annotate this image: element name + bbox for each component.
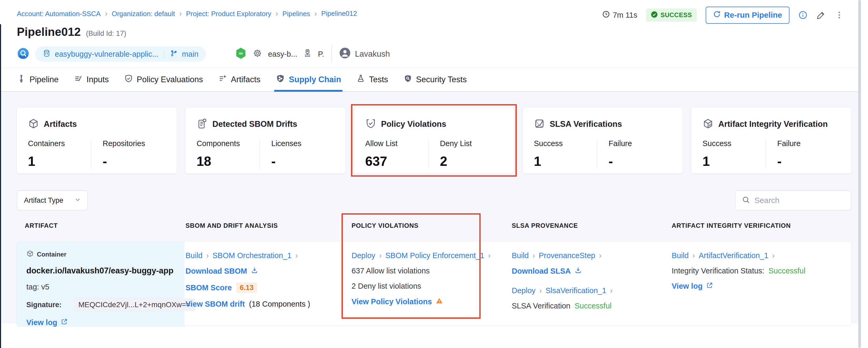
artifacts-list-icon — [218, 74, 227, 85]
crumb-artifact-verification[interactable]: ArtifactVerification_1 — [699, 251, 778, 260]
stat-label: Failure — [609, 139, 672, 148]
crumb-build[interactable]: Build — [672, 251, 699, 260]
view-policy-violations-link[interactable]: View Policy Violations — [351, 297, 443, 306]
column-policy-violations: POLICY VIOLATIONS — [350, 222, 511, 229]
sbom-score-label: SBOM Score — [186, 283, 232, 292]
repo-name: easybuggy-vulnerable-applic... — [55, 50, 158, 59]
crumb-build[interactable]: Build — [186, 251, 213, 260]
chevron-down-icon — [74, 196, 82, 205]
inputs-icon — [74, 74, 83, 85]
artifact-integrity-cell: Build ArtifactVerification_1 Integrity V… — [671, 241, 851, 327]
sbom-score-link[interactable]: SBOM Score — [186, 283, 232, 292]
crumb-slsa-verification[interactable]: SlsaVerification_1 — [546, 286, 616, 295]
provenance-step-crumbs: Build ProvenanceStep — [512, 251, 605, 260]
tab-supply-chain[interactable]: Supply Chain — [276, 68, 341, 91]
top-bar: Account: Automation-SSCA Organization: d… — [0, 0, 868, 62]
card-slsa-verifications: SLSA Verifications Success 1 Failure - — [523, 108, 682, 173]
shield-check-icon — [365, 118, 376, 130]
card-title: Artifacts — [44, 119, 77, 129]
card-integrity-wrap: Artifact Integrity Verification Success … — [691, 108, 851, 173]
search-input[interactable] — [754, 196, 839, 205]
view-log-link[interactable]: View log — [26, 318, 68, 327]
ci-hexagon-icon: ∞ — [235, 47, 247, 61]
tab-tests-label: Tests — [369, 75, 388, 84]
tab-inputs[interactable]: Inputs — [74, 68, 108, 91]
view-log-label: View log — [26, 318, 57, 327]
sbom-step-crumbs: Build SBOM Orchestration_1 — [186, 251, 302, 260]
policy-shield-icon — [124, 74, 133, 85]
rerun-pipeline-button[interactable]: Re-run Pipeline — [706, 7, 789, 24]
tab-security-tests-label: Security Tests — [416, 75, 467, 84]
breadcrumb-project[interactable]: Project: Product Exploratory — [186, 9, 282, 18]
signature-row: Signature: MEQCICde2Vjl...L+2+mqnOXw== — [26, 298, 195, 311]
more-options-icon[interactable] — [835, 10, 844, 20]
card-artifact-integrity: Artifact Integrity Verification Success … — [691, 108, 851, 173]
execution-meta: ∞ easy-b... P. — [235, 47, 324, 61]
tab-policy-evaluations[interactable]: Policy Evaluations — [124, 68, 203, 91]
infra-abbrev[interactable]: P. — [318, 50, 324, 59]
artifact-tag: tag: v5 — [26, 283, 49, 291]
card-title: Policy Violations — [381, 119, 446, 129]
stat-label: Containers — [28, 139, 91, 148]
crumb-deploy[interactable]: Deploy — [351, 251, 385, 260]
edit-icon[interactable] — [816, 10, 826, 20]
rerun-label: Re-run Pipeline — [724, 10, 782, 20]
stat-value: - — [271, 154, 334, 169]
signature-label: Signature: — [26, 301, 62, 309]
view-sbom-drift-link[interactable]: View SBOM drift — [186, 300, 245, 309]
download-icon — [251, 266, 258, 276]
pipeline-icon — [17, 74, 26, 85]
integrity-status-value: Successful — [768, 266, 805, 275]
tab-tests[interactable]: Tests — [356, 68, 388, 91]
title-row: Pipeline012 (Build Id: 17) — [17, 25, 844, 38]
repo-pill[interactable]: easybuggy-vulnerable-applic... main — [35, 47, 206, 62]
stat-containers: Containers 1 — [28, 139, 91, 169]
breadcrumb-pipeline012[interactable]: Pipeline012 — [321, 9, 357, 18]
policy-step-crumbs: Deploy SBOM Policy Enforcement_1 — [351, 251, 494, 260]
stat-label: Deny List — [440, 139, 503, 148]
download-slsa-link[interactable]: Download SLSA — [512, 266, 582, 276]
scrollbar-gutter — [861, 0, 868, 348]
crumb-sbom-policy-enforcement[interactable]: SBOM Policy Enforcement_1 — [385, 251, 494, 260]
artifact-cell: Container docker.io/lavakush07/easy-bugg… — [17, 241, 184, 327]
supply-chain-shield-icon — [276, 74, 285, 85]
view-sbom-drift-label: View SBOM drift — [186, 300, 245, 309]
stat-label: Licenses — [271, 139, 334, 148]
crumb-build[interactable]: Build — [512, 251, 539, 260]
tab-artifacts-label: Artifacts — [231, 75, 260, 84]
vertical-scrollbar[interactable] — [858, 0, 861, 348]
breadcrumb-organization[interactable]: Organization: default — [112, 9, 186, 18]
breadcrumb-pipelines[interactable]: Pipelines — [282, 9, 321, 18]
card-sbom-drifts-wrap: Detected SBOM Drifts Components 18 Licen… — [186, 108, 345, 173]
stat-deny-list: Deny List 2 — [428, 139, 503, 169]
stat-allow-list: Allow List 637 — [365, 139, 428, 169]
run-duration: 7m 11s — [602, 10, 637, 20]
branch-name: main — [182, 50, 198, 59]
policy-violations-cell: Deploy SBOM Policy Enforcement_1 637 All… — [350, 241, 511, 327]
tab-pipeline[interactable]: Pipeline — [17, 68, 59, 91]
stat-repositories: Repositories - — [91, 139, 166, 169]
filter-row: Artifact Type — [17, 190, 851, 210]
rerun-icon — [713, 10, 721, 20]
view-log-link[interactable]: View log — [672, 282, 713, 291]
stat-label: Repositories — [103, 139, 166, 148]
artifact-type-dropdown[interactable]: Artifact Type — [17, 190, 88, 210]
build-id: (Build Id: 17) — [86, 30, 126, 38]
crumb-provenance-step[interactable]: ProvenanceStep — [539, 251, 605, 260]
status-text: SUCCESS — [660, 11, 692, 19]
crumb-sbom-orchestration[interactable]: SBOM Orchestration_1 — [213, 251, 302, 260]
table-row: Container docker.io/lavakush07/easy-bugg… — [17, 241, 851, 325]
summary-cards: Artifacts Containers 1 Repositories - — [17, 92, 851, 173]
info-icon[interactable] — [799, 10, 807, 20]
search-icon — [742, 196, 750, 205]
external-link-icon — [61, 318, 68, 327]
column-slsa-provenance: SLSA PROVENANCE — [511, 222, 671, 229]
tab-security-tests[interactable]: Security Tests — [403, 68, 467, 91]
crumb-deploy[interactable]: Deploy — [512, 286, 546, 295]
tab-artifacts[interactable]: Artifacts — [218, 68, 260, 91]
service-name[interactable]: easy-b... — [268, 50, 297, 59]
container-chip: Container — [26, 250, 66, 259]
breadcrumb-account[interactable]: Account: Automation-SSCA — [17, 9, 112, 18]
status-badge: SUCCESS — [646, 8, 697, 22]
download-sbom-link[interactable]: Download SBOM — [186, 266, 258, 276]
